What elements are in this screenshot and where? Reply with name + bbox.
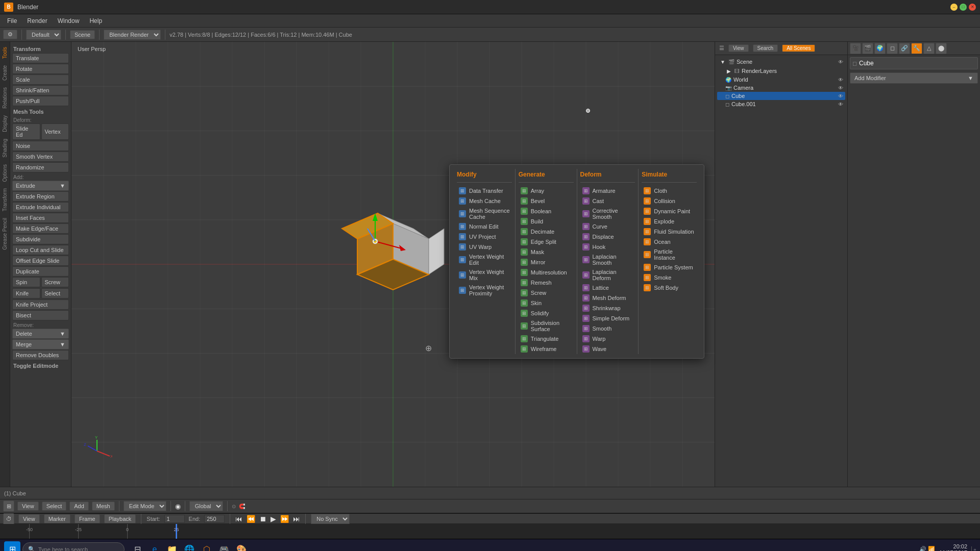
- strip-tab-shading[interactable]: Shading: [1, 136, 9, 161]
- all-scenes-button[interactable]: All Scenes: [782, 44, 815, 52]
- strip-tab-relations[interactable]: Relations: [1, 84, 9, 112]
- cube001-visibility[interactable]: 👁: [838, 102, 843, 107]
- modifier-mirror[interactable]: ⊞ Mirror: [519, 257, 574, 267]
- tree-scene[interactable]: ▼ 🎬 Scene 👁: [717, 57, 845, 66]
- taskbar-chrome[interactable]: 🌐: [182, 542, 197, 552]
- minimize-button[interactable]: –: [950, 4, 958, 11]
- last-frame-btn[interactable]: ⏭: [293, 515, 300, 523]
- rotate-button[interactable]: Rotate: [12, 64, 69, 74]
- layout-dropdown[interactable]: Default: [26, 30, 61, 40]
- modifier-particle-instance[interactable]: ⊞ Particle Instance: [642, 247, 697, 262]
- modifier-hook[interactable]: ⊞ Hook: [580, 242, 635, 252]
- modifier-dynamic-paint[interactable]: ⊞ Dynamic Paint: [642, 206, 697, 216]
- modifier-triangulate[interactable]: ⊞ Triangulate: [519, 334, 574, 344]
- viewport-icon[interactable]: ⊞: [3, 500, 14, 512]
- global-pivot-icon[interactable]: ◉: [175, 503, 181, 510]
- show-desktop-btn[interactable]: ▫: [971, 546, 976, 552]
- render-engine-dropdown[interactable]: Blender Render: [104, 30, 161, 40]
- modifier-wireframe[interactable]: ⊞ Wireframe: [519, 344, 574, 354]
- timeline-marker-btn[interactable]: Marker: [44, 514, 70, 523]
- modifier-boolean[interactable]: ⊞ Boolean: [519, 206, 574, 216]
- end-frame-input[interactable]: [204, 515, 225, 523]
- modifier-ocean[interactable]: ⊞ Ocean: [642, 237, 697, 247]
- modifier-solidify[interactable]: ⊞ Solidify: [519, 308, 574, 318]
- start-frame-input[interactable]: [164, 515, 185, 523]
- taskbar-file-explorer[interactable]: 📁: [164, 542, 180, 552]
- subdivide-button[interactable]: Subdivide: [12, 234, 69, 244]
- close-button[interactable]: ✕: [969, 4, 976, 11]
- modifier-vweight-mix[interactable]: ⊞ Vertex Weight Mix: [457, 267, 512, 283]
- taskbar-search[interactable]: 🔍 Type here to search: [22, 542, 125, 552]
- material-props-icon[interactable]: ⬤: [936, 43, 947, 54]
- modifier-vweight-proximity[interactable]: ⊞ Vertex Weight Proximity: [457, 283, 512, 298]
- modifier-warp[interactable]: ⊞ Warp: [580, 334, 635, 344]
- modifier-explode[interactable]: ⊞ Explode: [642, 216, 697, 227]
- modifier-subdivision-surface[interactable]: ⊞ Subdivision Surface: [519, 318, 574, 334]
- modifier-normal-edit[interactable]: ⊞ Normal Edit: [457, 221, 512, 232]
- vertex-button[interactable]: Vertex: [41, 123, 69, 140]
- start-button[interactable]: ⊞: [4, 541, 20, 552]
- knife-button[interactable]: Knife: [12, 288, 40, 298]
- timeline-frame-btn[interactable]: Frame: [75, 514, 100, 523]
- modifier-corrective-smooth[interactable]: ⊞ Corrective Smooth: [580, 206, 635, 221]
- inset-faces-button[interactable]: Inset Faces: [12, 213, 69, 223]
- maximize-button[interactable]: □: [960, 4, 967, 11]
- slide-edge-button[interactable]: Slide Ed: [12, 123, 40, 140]
- menu-render[interactable]: Render: [22, 16, 52, 26]
- play-btn[interactable]: ⏮: [235, 515, 242, 523]
- make-edge-face-button[interactable]: Make Edge/Face: [12, 223, 69, 234]
- modifier-mask[interactable]: ⊞ Mask: [519, 247, 574, 257]
- modifier-laplacian-smooth[interactable]: ⊞ Laplacian Smooth: [580, 252, 635, 267]
- modifier-smooth[interactable]: ⊞ Smooth: [580, 323, 635, 334]
- snap-icon[interactable]: 🧲: [239, 504, 245, 509]
- modifier-uv-warp[interactable]: ⊞ UV Warp: [457, 242, 512, 252]
- stop-btn[interactable]: ⏹: [259, 515, 266, 523]
- modifier-edge-split[interactable]: ⊞ Edge Split: [519, 237, 574, 247]
- taskbar-app2[interactable]: 🎨: [234, 542, 249, 552]
- modifier-collision[interactable]: ⊞ Collision: [642, 196, 697, 206]
- cube-visibility[interactable]: 👁: [838, 93, 843, 99]
- strip-tab-tools[interactable]: Tools: [1, 44, 9, 62]
- modifier-props-icon[interactable]: 🔧: [911, 43, 922, 54]
- knife-project-button[interactable]: Knife Project: [12, 299, 69, 310]
- bisect-button[interactable]: Bisect: [12, 310, 69, 320]
- modifier-particle-system[interactable]: ⊞ Particle System: [642, 262, 697, 272]
- modifier-curve[interactable]: ⊞ Curve: [580, 221, 635, 232]
- modifier-decimate[interactable]: ⊞ Decimate: [519, 227, 574, 237]
- constraints-icon[interactable]: 🔗: [899, 43, 910, 54]
- smooth-vertex-button[interactable]: Smooth Vertex: [12, 152, 69, 162]
- select-button[interactable]: Select: [41, 288, 69, 298]
- delete-dropdown[interactable]: Delete▼: [12, 329, 69, 339]
- modifier-wave[interactable]: ⊞ Wave: [580, 344, 635, 354]
- scene-dropdown[interactable]: Scene: [70, 30, 95, 39]
- sync-dropdown[interactable]: No Sync: [311, 514, 350, 524]
- add-menu-btn[interactable]: Add: [69, 502, 89, 511]
- modifier-soft-body[interactable]: ⊞ Soft Body: [642, 283, 697, 293]
- timeline-view-btn[interactable]: View: [18, 514, 40, 523]
- tree-world[interactable]: 🌍 World 👁: [717, 76, 845, 84]
- strip-tab-display[interactable]: Display: [1, 112, 9, 135]
- prev-frame-btn[interactable]: ⏪: [247, 515, 255, 523]
- camera-visibility[interactable]: 👁: [838, 85, 843, 91]
- timeline-type-icon[interactable]: ⏱: [3, 513, 14, 524]
- merge-dropdown[interactable]: Merge▼: [12, 339, 69, 349]
- mesh-menu-btn[interactable]: Mesh: [92, 502, 115, 511]
- engine-icons[interactable]: ⚙: [3, 30, 17, 39]
- orientation-dropdown[interactable]: Global: [189, 501, 223, 511]
- modifier-data-transfer[interactable]: ⊞ Data Transfer: [457, 186, 512, 196]
- modifier-screw[interactable]: ⊞ Screw: [519, 288, 574, 298]
- modifier-shrinkwrap[interactable]: ⊞ Shrinkwrap: [580, 303, 635, 313]
- next-frame-btn[interactable]: ⏩: [280, 515, 289, 523]
- modifier-multiresolution[interactable]: ⊞ Multiresolution: [519, 267, 574, 278]
- loop-cut-slide-button[interactable]: Loop Cut and Slide: [12, 245, 69, 255]
- strip-tab-create[interactable]: Create: [1, 62, 9, 84]
- tree-renderlayers[interactable]: ▶ 🎞 RenderLayers: [717, 66, 845, 76]
- data-props-icon[interactable]: △: [923, 43, 935, 54]
- modifier-array[interactable]: ⊞ Array: [519, 186, 574, 196]
- world-props-icon[interactable]: 🌍: [874, 43, 886, 54]
- taskbar-app1[interactable]: 🎮: [216, 542, 232, 552]
- modifier-skin[interactable]: ⊞ Skin: [519, 298, 574, 308]
- select-menu-btn[interactable]: Select: [42, 502, 67, 511]
- tree-camera[interactable]: 📷 Camera 👁: [717, 84, 845, 92]
- search-button[interactable]: Search: [753, 44, 778, 52]
